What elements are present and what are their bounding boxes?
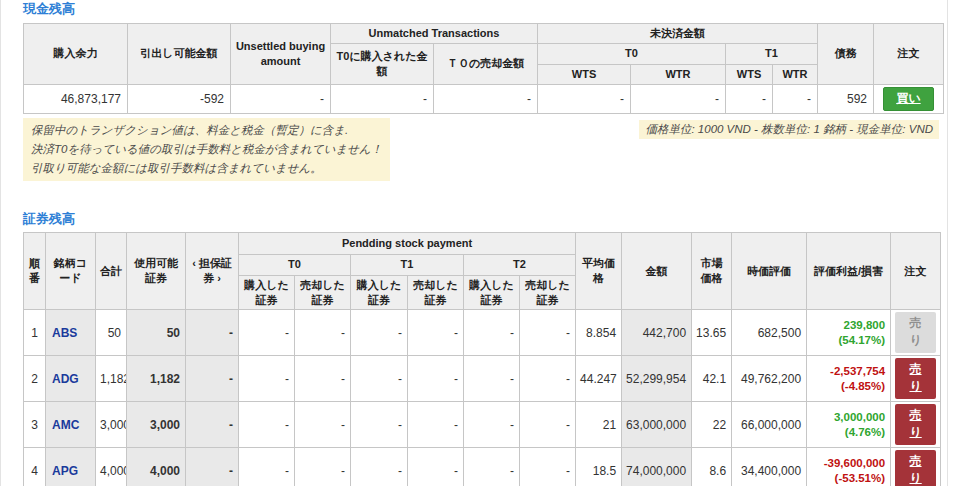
t0-sold-qty: - [295,356,351,402]
col-t1-bought: 購入した証券 [351,275,408,310]
account-balance-page: 現金残高 購入余力 引出し可能金額 Unsettled buying amoun… [0,0,960,486]
securities-row: 4APG4,0004,000-------18.574,000,0008.634… [24,448,941,486]
col-group-pending-stock: Pendding stock payment [239,232,576,254]
t1-bought-qty: - [351,402,408,448]
col-stock-code: 銘柄コード [46,232,96,310]
market-price: 22 [692,402,732,448]
cash-balance-table: 購入余力 引出し可能金額 Unsettled buying amount Unm… [23,23,944,114]
t1-wts-value: - [726,84,773,113]
stock-code-link[interactable]: ADG [52,372,79,386]
t1-sold-qty: - [408,356,464,402]
sell-button[interactable]: 売り [895,358,936,399]
debt-value: 592 [818,84,874,113]
stock-code-cell: APG [46,448,96,486]
col-cash-order: 注文 [874,24,944,85]
col-t0-sold-amount: Ｔ０の売却金額 [434,43,538,84]
available-qty: 50 [127,310,186,356]
cash-balance-row: 46,873,177 -592 - - - - - - - 592 買い [24,84,944,113]
securities-balance-table: 順番 銘柄コード 合計 使用可能証券 ‹ 担保証券 › Pendding sto… [23,232,941,486]
t0-sold-qty: - [295,310,351,356]
col-t1-wts: WTS [726,64,773,84]
withdrawable-value: -592 [128,84,231,113]
t0-wtr-value: - [631,84,726,113]
sell-cell: 売り [891,448,941,486]
t1-bought-qty: - [351,448,408,486]
t1-bought-qty: - [351,356,408,402]
t2-sold-qty: - [520,356,576,402]
col-t0-sold: 売却した証券 [295,275,351,310]
available-qty: 4,000 [127,448,186,486]
t0-bought-qty: - [239,310,295,356]
unsettled-value: - [231,84,331,113]
securities-row: 3AMC3,0003,000-------2163,000,0002266,00… [24,402,941,448]
col-amount: 金額 [622,232,692,310]
t0-sold-value: - [434,84,538,113]
sell-button[interactable]: 売り [895,312,936,353]
t2-sold-qty: - [520,402,576,448]
pl-percent: (-53.51%) [811,471,885,486]
t1-wtr-value: - [773,84,818,113]
col-unsettled-buying: Unsettled buying amount [231,24,331,85]
market-value: 682,500 [732,310,807,356]
securities-balance-title: 証券残高 [23,210,944,227]
row-number: 3 [24,402,46,448]
profit-loss-cell: -39,600,000(-53.51%) [807,448,891,486]
row-number: 1 [24,310,46,356]
t2-bought-qty: - [464,448,520,486]
stock-code-link[interactable]: ABS [52,326,77,340]
t2-sold-qty: - [520,448,576,486]
t2-sold-qty: - [520,310,576,356]
sell-button[interactable]: 売り [895,450,936,486]
profit-loss-cell: 3,000,000(4.76%) [807,402,891,448]
amount: 52,299,954 [622,356,692,402]
t2-bought-qty: - [464,402,520,448]
unit-note: 価格単位: 1000 VND - 株数単位: 1 銘柄 - 現金単位: VND [639,120,939,139]
t1-sold-qty: - [408,448,464,486]
total-qty: 3,000 [96,402,127,448]
market-value: 34,400,000 [732,448,807,486]
market-value: 66,000,000 [732,402,807,448]
t1-bought-qty: - [351,310,408,356]
profit-loss-cell: -2,537,754(-4.85%) [807,356,891,402]
pl-value: 3,000,000 [811,410,885,425]
col-market-price: 市場価格 [692,232,732,310]
avg-price: 21 [576,402,622,448]
collateral-qty: - [186,356,239,402]
avg-price: 8.854 [576,310,622,356]
col-t1-wtr: WTR [773,64,818,84]
avg-price: 44.247 [576,356,622,402]
market-price: 8.6 [692,448,732,486]
page-edge-divider [947,0,948,486]
row-number: 4 [24,448,46,486]
stock-code-cell: ABS [46,310,96,356]
col-withdrawable: 引出し可能金額 [128,24,231,85]
t0-bought-qty: - [239,356,295,402]
cash-balance-title: 現金残高 [23,0,944,17]
securities-row: 2ADG1,1821,182-------44.24752,299,95442.… [24,356,941,402]
note-line: 保留中のトランザクション値は、料金と税金（暫定）に含ま. [31,121,382,140]
t0-bought-qty: - [239,402,295,448]
col-market-value: 時価評価 [732,232,807,310]
t1-sold-qty: - [408,402,464,448]
stock-code-link[interactable]: AMC [52,418,79,432]
pl-percent: (4.76%) [811,425,885,440]
pl-value: -39,600,000 [811,456,885,471]
col-t2-sold: 売却した証券 [520,275,576,310]
col-row-number: 順番 [24,232,46,310]
t0-bought-qty: - [239,448,295,486]
col-avg-price: 平均価格 [576,232,622,310]
sell-button[interactable]: 売り [895,404,936,445]
col-t0-bought-amount: T0に購入された金額 [331,43,434,84]
pl-value: 239,800 [811,318,885,333]
collateral-qty: - [186,402,239,448]
amount: 74,000,000 [622,448,692,486]
t0-sold-qty: - [295,448,351,486]
collateral-qty: - [186,310,239,356]
buy-button[interactable]: 買い [883,87,933,111]
stock-code-cell: ADG [46,356,96,402]
stock-code-cell: AMC [46,402,96,448]
stock-code-link[interactable]: APG [52,464,78,478]
market-price: 42.1 [692,356,732,402]
pl-percent: (-4.85%) [811,379,885,394]
col-group-sec-t2: T2 [464,254,576,275]
